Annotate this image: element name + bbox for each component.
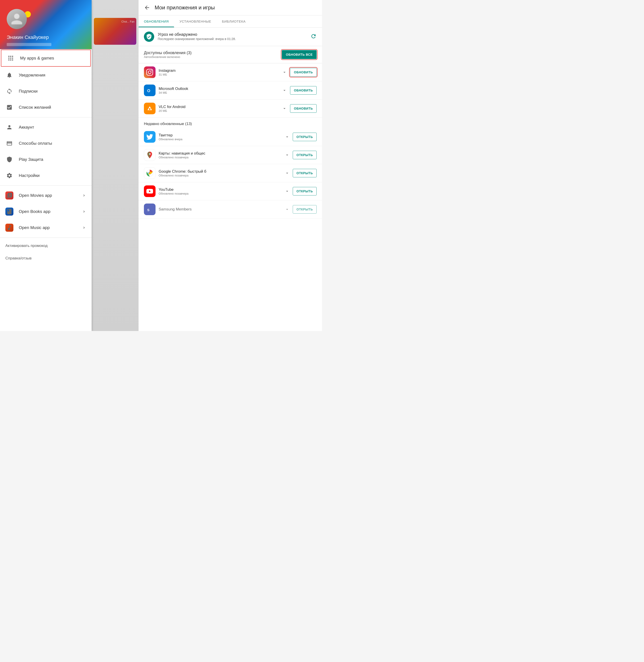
youtube-updated: Обновлено позавчера: [159, 192, 281, 195]
chrome-chevron-icon[interactable]: [285, 171, 290, 176]
updates-available-title: Доступны обновления (3): [144, 50, 279, 55]
sidebar-item-payment[interactable]: Способы оплаты: [0, 135, 92, 151]
instagram-chevron-icon[interactable]: [282, 70, 287, 75]
twitter-chevron-icon[interactable]: [285, 134, 290, 139]
card-icon: [5, 139, 14, 147]
help-item[interactable]: Справка/отзыв: [0, 252, 92, 265]
play-protect-label: Play Защита: [19, 157, 86, 162]
back-button[interactable]: [144, 4, 150, 11]
movies-label: Open Movies app: [19, 193, 81, 198]
avatar-placeholder: [7, 9, 27, 29]
sidebar-item-movies[interactable]: Open Movies app: [0, 187, 92, 203]
chrome-open-button[interactable]: ОТКРЫТЬ: [293, 169, 317, 177]
vlc-size: 20 МБ: [159, 109, 279, 112]
movies-arrow-icon: [81, 193, 86, 198]
samsung-open-button[interactable]: ОТКРЫТЬ: [293, 205, 317, 214]
settings-label: Настройки: [19, 173, 86, 178]
app-row-vlc: VLC for Android 20 МБ ОБНОВИТЬ: [139, 100, 322, 118]
updates-available-subtitle: Автообновление включено: [144, 55, 279, 59]
instagram-size: 31 МБ: [159, 73, 279, 76]
app-row-chrome: Google Chrome: быстрый б Обновлено позав…: [139, 164, 322, 182]
vlc-info: VLC for Android 20 МБ: [159, 105, 279, 112]
vlc-update-button[interactable]: ОБНОВИТЬ: [290, 104, 317, 113]
youtube-chevron-icon[interactable]: [285, 189, 290, 194]
youtube-info: YouTube Обновлено позавчера: [159, 187, 281, 195]
app-row-instagram: Instagram 31 МБ ОБНОВИТЬ: [139, 63, 322, 82]
security-subtitle: Последнее сканирование приложений: вчера…: [158, 37, 307, 41]
music-arrow-icon: [81, 225, 86, 230]
outlook-chevron-icon[interactable]: [282, 88, 287, 93]
youtube-open-button[interactable]: ОТКРЫТЬ: [293, 187, 317, 196]
twitter-open-button[interactable]: ОТКРЫТЬ: [293, 133, 317, 141]
instagram-update-button[interactable]: ОБНОВИТЬ: [290, 68, 317, 76]
tab-updates[interactable]: ОБНОВЛЕНИЯ: [139, 16, 174, 27]
drawer-header: Энакин Скайуокер: [0, 0, 92, 49]
grid-icon: [7, 54, 15, 62]
drawer: Энакин Скайуокер My apps & games Уведомл…: [0, 0, 92, 331]
sidebar-item-notifications[interactable]: Уведомления: [0, 67, 92, 83]
recently-updated-header: Недавно обновленные (13): [139, 118, 322, 128]
center-img-1: Choi... Fan: [94, 18, 136, 45]
maps-chevron-icon[interactable]: [285, 153, 290, 157]
twitter-info: Твиттер Обновлено вчера: [159, 133, 281, 141]
updates-header-text: Доступны обновления (3) Автообновление в…: [144, 50, 279, 59]
chrome-name: Google Chrome: быстрый б: [159, 169, 281, 174]
vlc-chevron-icon[interactable]: [282, 106, 287, 111]
tab-installed[interactable]: УСТАНОВЛЕННЫЕ: [174, 16, 216, 27]
outlook-info: Microsoft Outlook 34 МБ: [159, 87, 279, 94]
vlc-name: VLC for Android: [159, 105, 279, 109]
samsung-icon: S: [144, 203, 156, 215]
svg-point-2: [149, 108, 151, 110]
sidebar-item-settings[interactable]: Настройки: [0, 168, 92, 184]
maps-open-button[interactable]: ОТКРЫТЬ: [293, 151, 317, 159]
tab-library[interactable]: БИБЛИОТЕКА: [216, 16, 251, 27]
account-label: Аккаунт: [19, 125, 86, 130]
gear-icon: [5, 172, 14, 180]
promo-item[interactable]: Активировать промокод: [0, 240, 92, 252]
security-refresh-button[interactable]: [310, 33, 317, 40]
sidebar-item-account[interactable]: Аккаунт: [0, 119, 92, 135]
music-label: Open Music app: [19, 225, 81, 230]
shield-icon: [5, 155, 14, 163]
sidebar-item-play-protect[interactable]: Play Защита: [0, 151, 92, 168]
instagram-icon: [144, 66, 156, 78]
sidebar-item-music[interactable]: Open Music app: [0, 220, 92, 236]
svg-text:S: S: [147, 208, 150, 212]
right-body: Угроз не обнаружено Последнее сканирован…: [139, 27, 322, 331]
instagram-name: Instagram: [159, 68, 279, 73]
my-apps-label: My apps & games: [20, 56, 85, 61]
person-icon: [5, 123, 14, 131]
chrome-info: Google Chrome: быстрый б Обновлено позав…: [159, 169, 281, 177]
sidebar-item-my-apps[interactable]: My apps & games: [1, 50, 91, 67]
books-label: Open Books app: [19, 209, 81, 214]
app-row-twitter: Твиттер Обновлено вчера ОТКРЫТЬ: [139, 128, 322, 146]
twitter-updated: Обновлено вчера: [159, 137, 281, 141]
center-panel: XS MUSIC Choi... Fan ЕЩЁ ЕЩЁ AliEx Smar …: [92, 0, 139, 331]
subscriptions-label: Подписки: [19, 89, 86, 94]
music-app-icon: [5, 224, 14, 232]
youtube-icon: [144, 185, 156, 197]
check-box-icon: [5, 103, 14, 111]
divider-1: [0, 117, 92, 117]
app-row-outlook: O Microsoft Outlook 34 МБ ОБНОВИТЬ: [139, 82, 322, 100]
sidebar-item-books[interactable]: Open Books app: [0, 203, 92, 220]
sidebar-item-subscriptions[interactable]: Подписки: [0, 83, 92, 99]
samsung-chevron-icon[interactable]: [285, 207, 290, 212]
maps-info: Карты: навигация и общес Обновлено позав…: [159, 151, 281, 159]
sidebar-item-wishlist[interactable]: Список желаний: [0, 99, 92, 115]
update-all-button[interactable]: ОБНОВИТЬ ВСЕ: [282, 50, 317, 59]
twitter-icon: [144, 131, 156, 143]
avatar: [7, 9, 27, 29]
outlook-icon: O: [144, 85, 156, 96]
drawer-body: My apps & games Уведомления Подписки Спи…: [0, 49, 92, 331]
outlook-update-button[interactable]: ОБНОВИТЬ: [290, 86, 317, 95]
payment-label: Способы оплаты: [19, 141, 86, 146]
books-arrow-icon: [81, 209, 86, 214]
center-card-1: Choi... Fan: [94, 18, 136, 45]
chrome-updated: Обновлено позавчера: [159, 174, 281, 177]
svg-text:O: O: [147, 89, 151, 93]
outlook-name: Microsoft Outlook: [159, 87, 279, 91]
maps-icon: [144, 149, 156, 161]
youtube-name: YouTube: [159, 187, 281, 192]
app-row-samsung: S Samsung Members ОТКРЫТЬ: [139, 200, 322, 219]
